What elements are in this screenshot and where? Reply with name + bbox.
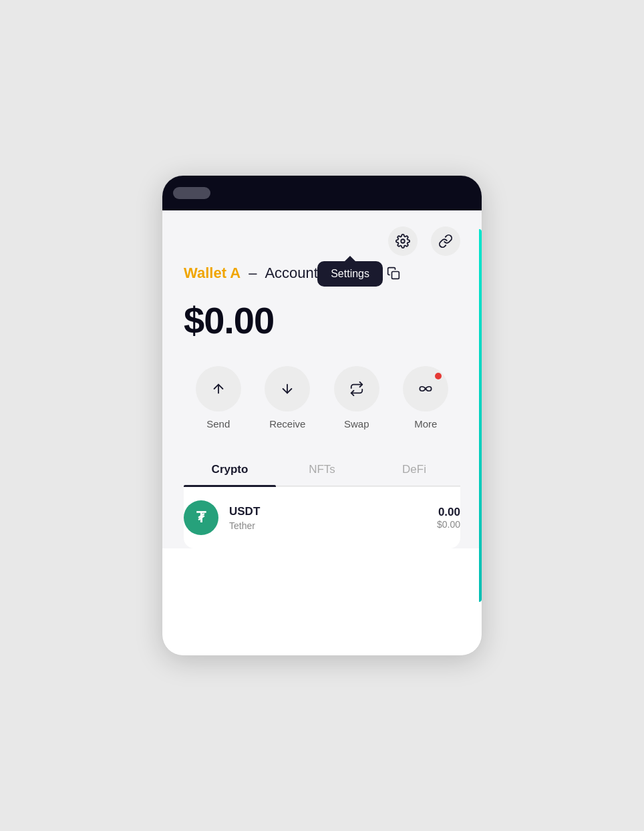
svg-point-0 — [401, 239, 405, 243]
receive-label: Receive — [269, 418, 305, 430]
token-balance: 0.00 — [437, 506, 460, 519]
table-row[interactable]: ₮ USDT Tether 0.00 $0.00 — [184, 486, 460, 548]
top-icons-row: Settings — [184, 226, 460, 256]
receive-icon — [280, 381, 295, 396]
settings-button[interactable] — [388, 226, 418, 256]
token-fiat-value: $0.00 — [437, 519, 460, 530]
tab-crypto[interactable]: Crypto — [184, 454, 276, 486]
title-bar-pill — [173, 187, 210, 199]
receive-action[interactable]: Receive — [253, 366, 323, 430]
title-bar — [162, 176, 482, 210]
copy-button[interactable] — [381, 261, 406, 285]
more-action[interactable]: More — [391, 366, 461, 430]
total-balance: $0.00 — [184, 299, 460, 342]
svg-rect-1 — [392, 272, 399, 279]
receive-button[interactable] — [265, 366, 310, 411]
action-buttons-row: Send Receive — [184, 366, 460, 430]
wallet-name: Wallet A — [184, 265, 240, 282]
gear-icon — [395, 234, 410, 248]
tab-nfts[interactable]: NFTs — [276, 454, 368, 486]
chain-link-icon — [438, 234, 453, 248]
tab-defi[interactable]: DeFi — [368, 454, 460, 486]
swap-action[interactable]: Swap — [322, 366, 391, 430]
send-button[interactable] — [196, 366, 241, 411]
wallet-separator: – — [249, 265, 257, 282]
swap-icon — [349, 381, 364, 396]
token-list: ₮ USDT Tether 0.00 $0.00 — [184, 486, 460, 548]
asset-tabs: Crypto NFTs DeFi — [184, 454, 460, 486]
send-label: Send — [206, 418, 230, 430]
more-label: More — [414, 418, 437, 430]
phone-frame: Settings Wallet A – Account 01 ▼ — [162, 175, 482, 656]
more-infinity-icon — [417, 381, 434, 396]
usdt-logo: ₮ — [184, 500, 218, 535]
send-action[interactable]: Send — [184, 366, 253, 430]
copy-icon — [387, 267, 400, 280]
more-button[interactable] — [403, 366, 448, 411]
settings-tooltip: Settings — [317, 261, 383, 287]
tooltip-text: Settings — [331, 268, 369, 279]
token-amount: 0.00 $0.00 — [437, 506, 460, 530]
more-notification-dot — [435, 373, 442, 379]
token-symbol: USDT — [229, 505, 426, 518]
main-content: Settings Wallet A – Account 01 ▼ — [162, 210, 482, 548]
chain-link-button[interactable] — [431, 226, 460, 256]
token-name: Tether — [229, 520, 426, 531]
swap-label: Swap — [344, 418, 369, 430]
swap-button[interactable] — [334, 366, 379, 411]
token-info: USDT Tether — [229, 505, 426, 531]
send-icon — [211, 381, 226, 396]
